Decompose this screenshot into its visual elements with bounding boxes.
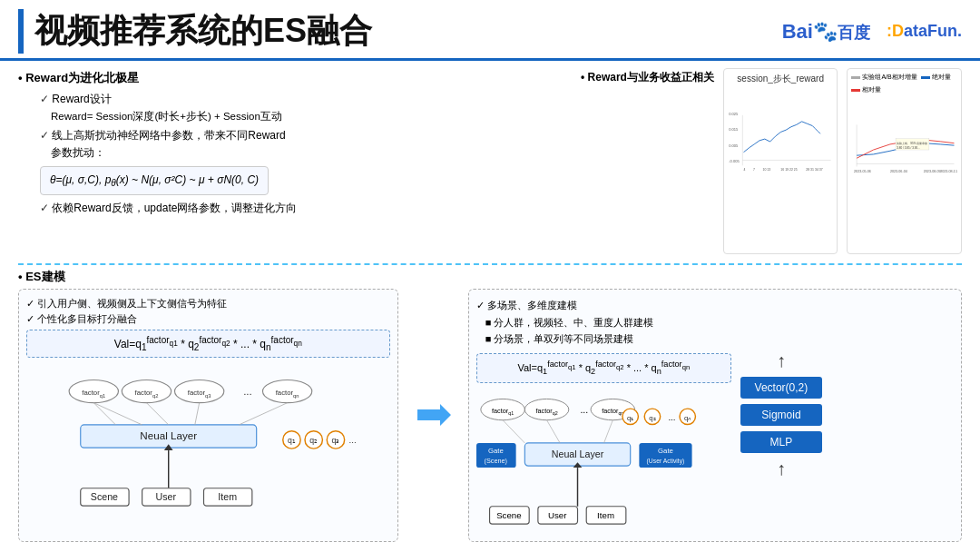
nn-left-svg: factorq1 factorq2 factorq3 ... factorqn	[26, 365, 390, 510]
svg-line-75	[546, 420, 560, 443]
svg-text:qₙ: qₙ	[684, 414, 691, 422]
reward-check3: 依赖Reward反馈，update网络参数，调整进化方向	[18, 199, 563, 217]
svg-text:q₂: q₂	[309, 437, 318, 446]
es-check1: ✓ 引入用户侧、视频侧及上下文侧信号为特征	[26, 297, 390, 310]
svg-line-32	[93, 403, 142, 425]
tower-up-arrow: ↑	[740, 350, 822, 371]
chart1-svg: 0.025 0.015 0.005 -0.005 4 7 10 13 16	[728, 87, 834, 196]
es-left: ✓ 引入用户侧、视频侧及上下文侧信号为特征 ✓ 个性化多目标打分融合 Val=q…	[18, 289, 398, 542]
legend-ab: 实验组A/B相对增量	[851, 73, 916, 82]
section-divider	[18, 263, 962, 265]
svg-text:User: User	[156, 492, 177, 503]
svg-text:2023-08-09: 2023-08-09	[924, 170, 941, 173]
datafun-data: :D	[887, 22, 904, 40]
svg-text:Item: Item	[218, 492, 237, 503]
es-right-inner: ✓ 多场景、多维度建模 ■ 分人群，视频轻、中、重度人群建模 ■ 分场景，单双列…	[476, 297, 954, 534]
svg-text:Neual Layer: Neual Layer	[140, 430, 197, 442]
datafun-fun-text: ataFun.	[904, 22, 962, 40]
chart1: session_步长_reward 0.025 0.015 0.005 -0.0…	[723, 68, 838, 254]
svg-text:实验上线、95% 流量承接: 实验上线、95% 流量承接	[897, 142, 928, 145]
svg-marker-51	[417, 404, 451, 426]
es-section-title: • ES建模	[18, 269, 962, 285]
tower-box: ↑ Vector(0,2) Sigmoid MLP ↑	[740, 297, 822, 534]
reward-check1: Reward设计	[18, 90, 563, 108]
page-title: 视频推荐系统的ES融合	[18, 9, 372, 54]
tower-down-arrow: ↑	[740, 458, 822, 479]
svg-text:User: User	[548, 511, 567, 521]
chart1-title: session_步长_reward	[728, 73, 834, 85]
svg-text:0.025: 0.025	[729, 112, 739, 116]
svg-text:4: 4	[743, 168, 745, 172]
svg-text:q₁: q₁	[627, 414, 633, 422]
svg-text:(User Activity): (User Activity)	[646, 458, 684, 466]
svg-text:7: 7	[753, 168, 755, 172]
svg-text:0.005: 0.005	[729, 143, 739, 148]
baidu-dog-icon: 🐾	[813, 20, 838, 43]
group-bullet2: ■ 分场景，单双列等不同场景建模	[476, 330, 731, 348]
middle-arrow	[413, 289, 454, 542]
es-right-desc: ✓ 多场景、多维度建模 ■ 分人群，视频轻、中、重度人群建模 ■ 分场景，单双列…	[476, 297, 731, 534]
charts-area: • Reward与业务收益正相关 session_步长_reward 0.025…	[581, 68, 962, 254]
svg-text:3.80 / 3.85 / 3.90...: 3.80 / 3.85 / 3.90...	[897, 146, 921, 150]
svg-text:Scene: Scene	[496, 511, 521, 521]
baidu-text: 百度	[838, 24, 870, 42]
group-bullet1: ■ 分人群，视频轻、中、重度人群建模	[476, 314, 731, 331]
es-left-formula: Val=q1factorq1 * q2factorq2 * ... * qnfa…	[26, 330, 390, 358]
svg-text:-0.005: -0.005	[729, 159, 740, 163]
es-right: ✓ 多场景、多维度建模 ■ 分人群，视频轻、中、重度人群建模 ■ 分场景，单双列…	[468, 289, 962, 542]
header: 视频推荐系统的ES融合 Bai🐾百度 :DataFun.	[0, 0, 980, 61]
svg-text:...: ...	[580, 404, 588, 415]
legend-ab-label: 实验组A/B相对增量	[862, 73, 916, 82]
svg-text:2023-08-11: 2023-08-11	[941, 170, 957, 173]
tower-mlp: MLP	[740, 431, 822, 453]
svg-text:10 13: 10 13	[762, 168, 770, 172]
es-right-box: ✓ 多场景、多维度建模 ■ 分人群，视频轻、中、重度人群建模 ■ 分场景，单双列…	[468, 289, 962, 542]
es-left-box: ✓ 引入用户侧、视频侧及上下文侧信号为特征 ✓ 个性化多目标打分融合 Val=q…	[18, 289, 398, 542]
tower-sigmoid: Sigmoid	[740, 404, 822, 426]
legend-rel-label: 相对量	[862, 85, 881, 94]
reward-correlation-label: • Reward与业务收益正相关	[581, 70, 714, 254]
svg-text:2023-05-06: 2023-05-06	[855, 170, 872, 173]
tower-vector: Vector(0,2)	[740, 377, 822, 399]
multi-scene-check: ✓ 多场景、多维度建模	[476, 297, 731, 314]
baidu-bai: Bai	[782, 20, 813, 43]
reward-formula: Reward= Session深度(时长+步长) + Session互动	[18, 108, 563, 126]
svg-text:Item: Item	[597, 511, 614, 521]
svg-text:...: ...	[668, 412, 675, 422]
svg-text:q₃: q₃	[332, 437, 340, 446]
svg-text:0.015: 0.015	[729, 127, 739, 132]
baidu-logo: Bai🐾百度	[782, 20, 870, 44]
legend-rel: 相对量	[851, 85, 881, 94]
reward-section: Reward为进化北极星 Reward设计 Reward= Session深度(…	[18, 68, 563, 254]
chart2-legend: 实验组A/B相对增量 绝对量 相对量	[851, 73, 957, 94]
svg-text:16 19 22 25: 16 19 22 25	[780, 168, 797, 172]
param-label: 参数扰动：	[18, 144, 563, 163]
svg-text:(Scene): (Scene)	[484, 458, 506, 466]
es-right-formula: Val=q1factorq1 * q2factorq2 * ... * qnfa…	[476, 353, 731, 383]
svg-text:Gate: Gate	[488, 447, 504, 455]
svg-line-74	[503, 420, 524, 443]
top-section: Reward为进化北极星 Reward设计 Reward= Session深度(…	[18, 68, 962, 254]
chart2: 实验组A/B相对增量 绝对量 相对量	[847, 68, 962, 254]
svg-line-33	[146, 403, 168, 425]
bottom-section: ✓ 引入用户侧、视频侧及上下文侧信号为特征 ✓ 个性化多目标打分融合 Val=q…	[18, 289, 962, 542]
main-content: Reward为进化北极星 Reward设计 Reward= Session深度(…	[0, 61, 980, 549]
svg-text:...: ...	[243, 385, 252, 397]
svg-text:...: ...	[349, 436, 357, 446]
svg-text:Gate: Gate	[658, 447, 673, 455]
svg-text:28 31 34 37: 28 31 34 37	[806, 168, 822, 172]
page: 视频推荐系统的ES融合 Bai🐾百度 :DataFun. Reward为进化北极…	[0, 0, 980, 552]
svg-line-35	[239, 403, 287, 425]
legend-abs-label: 绝对量	[932, 73, 951, 82]
datafun-logo: :DataFun.	[887, 22, 962, 41]
svg-text:Neual Layer: Neual Layer	[551, 449, 603, 460]
legend-abs: 绝对量	[921, 73, 951, 82]
es-left-checks: ✓ 引入用户侧、视频侧及上下文侧信号为特征 ✓ 个性化多目标打分融合	[26, 297, 390, 326]
svg-text:Scene: Scene	[91, 492, 118, 503]
svg-text:q₁: q₁	[288, 437, 296, 446]
chart2-svg: 2023-05-06 2023-06-04 2023-08-09 2023-08…	[851, 96, 957, 201]
svg-text:q₂: q₂	[649, 414, 655, 422]
logo-area: Bai🐾百度 :DataFun.	[782, 20, 962, 44]
svg-text:2023-06-04: 2023-06-04	[890, 170, 907, 173]
math-formula: θ=(μ, σ,C), pθ(x) ~ N(μ, σ²C) ~ μ + σN(0…	[40, 166, 269, 195]
